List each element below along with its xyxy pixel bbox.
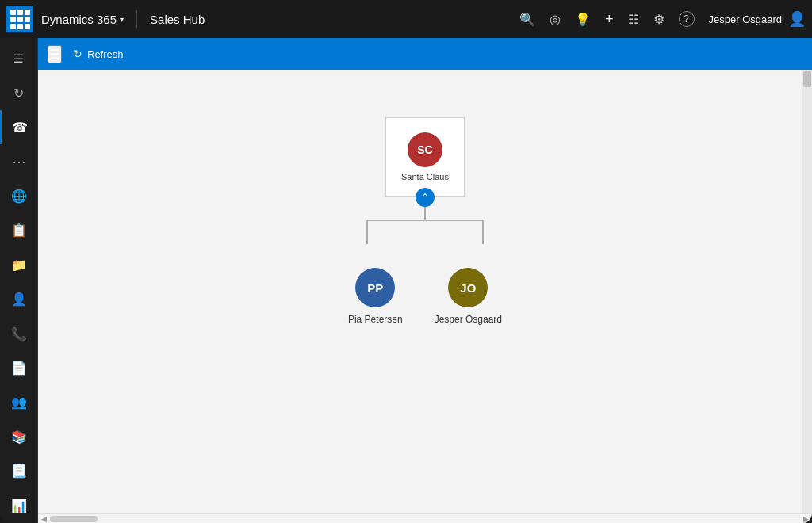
root-avatar: SC <box>408 132 442 167</box>
app-frame: Dynamics 365 ▾ Sales Hub 🔍 ◎ 💡 + ☷ ⚙ ? J… <box>0 0 812 523</box>
sidebar-item-recent[interactable]: ↻ <box>0 75 38 109</box>
sidebar: ☰ ↻ ☎ ⋯ 🌐 📋 📁 👤 📞 📄 👥 📚 📃 📊 <box>0 38 38 523</box>
root-name: Santa Claus <box>401 172 449 181</box>
scroll-left-arrow[interactable]: ◀ <box>41 515 47 523</box>
sidebar-item-contact[interactable]: 👤 <box>0 282 38 316</box>
canvas[interactable]: SC Santa Claus ⌃ <box>38 70 812 513</box>
filter-icon[interactable]: ☷ <box>628 12 639 27</box>
child-node-pp[interactable]: PP Pia Petersen <box>348 268 403 325</box>
target-icon[interactable]: ◎ <box>550 12 561 27</box>
nav-icons: 🔍 ◎ 💡 + ☷ ⚙ ? <box>519 11 695 28</box>
bottom-scrollbar[interactable]: ◀ ▶ <box>38 513 812 523</box>
module-name: Sales Hub <box>150 13 205 26</box>
children-row: PP Pia Petersen JO Jesper Osgaard <box>348 268 502 325</box>
help-icon[interactable]: ? <box>679 11 695 27</box>
scroll-thumb-h[interactable] <box>50 516 98 522</box>
sidebar-item-document[interactable]: 📄 <box>0 351 38 385</box>
search-icon[interactable]: 🔍 <box>519 12 535 27</box>
sidebar-item-library[interactable]: 📚 <box>0 420 38 454</box>
refresh-label: Refresh <box>87 48 124 60</box>
child-avatar-jo: JO <box>448 268 488 307</box>
sidebar-item-notes[interactable]: 📋 <box>0 213 38 247</box>
refresh-button[interactable]: ↻ Refresh <box>73 48 124 60</box>
child-node-jo[interactable]: JO Jesper Osgaard <box>435 268 502 325</box>
app-chevron[interactable]: ▾ <box>120 15 124 24</box>
hamburger-button[interactable]: ☰ <box>48 45 62 63</box>
waffle-icon[interactable] <box>6 6 33 32</box>
sidebar-item-chart[interactable]: 📊 <box>0 488 38 522</box>
child-avatar-pp: PP <box>355 268 395 307</box>
org-chart: SC Santa Claus ⌃ <box>346 117 504 325</box>
app-name: Dynamics 365 <box>41 13 117 26</box>
user-avatar-icon: 👤 <box>788 10 806 28</box>
sidebar-item-menu[interactable]: ☰ <box>0 41 38 75</box>
settings-icon[interactable]: ⚙ <box>653 12 665 27</box>
user-name: Jesper Osgaard <box>709 13 783 25</box>
scrollbar-track[interactable] <box>802 70 812 513</box>
collapse-button[interactable]: ⌃ <box>416 188 435 207</box>
child-name-jo: Jesper Osgaard <box>435 314 502 325</box>
scrollbar-thumb[interactable] <box>803 71 811 87</box>
refresh-icon: ↻ <box>73 48 82 60</box>
lightbulb-icon[interactable]: 💡 <box>575 12 591 27</box>
nav-divider <box>136 10 137 28</box>
sidebar-item-report[interactable]: 📃 <box>0 454 38 488</box>
root-node[interactable]: SC Santa Claus ⌃ <box>385 117 465 197</box>
top-nav: Dynamics 365 ▾ Sales Hub 🔍 ◎ 💡 + ☷ ⚙ ? J… <box>0 0 812 38</box>
toolbar: ☰ ↻ Refresh <box>38 38 812 70</box>
scroll-right-arrow[interactable]: ▶ <box>803 515 809 523</box>
user-section[interactable]: Jesper Osgaard 👤 <box>709 10 806 28</box>
sidebar-item-more[interactable]: ⋯ <box>0 144 38 178</box>
sidebar-item-phone[interactable]: 📞 <box>0 316 38 350</box>
child-name-pp: Pia Petersen <box>348 314 403 325</box>
sidebar-item-folders[interactable]: 📁 <box>0 248 38 282</box>
main-wrapper: ☰ ↻ ☎ ⋯ 🌐 📋 📁 👤 📞 📄 👥 📚 📃 📊 ☰ ↻ Refresh <box>0 38 812 523</box>
add-icon[interactable]: + <box>605 11 614 28</box>
content-area: ☰ ↻ Refresh SC <box>38 38 812 523</box>
sidebar-item-team[interactable]: 👥 <box>0 385 38 419</box>
sidebar-item-globe[interactable]: 🌐 <box>0 179 38 213</box>
sidebar-item-calls[interactable]: ☎ <box>0 110 38 144</box>
